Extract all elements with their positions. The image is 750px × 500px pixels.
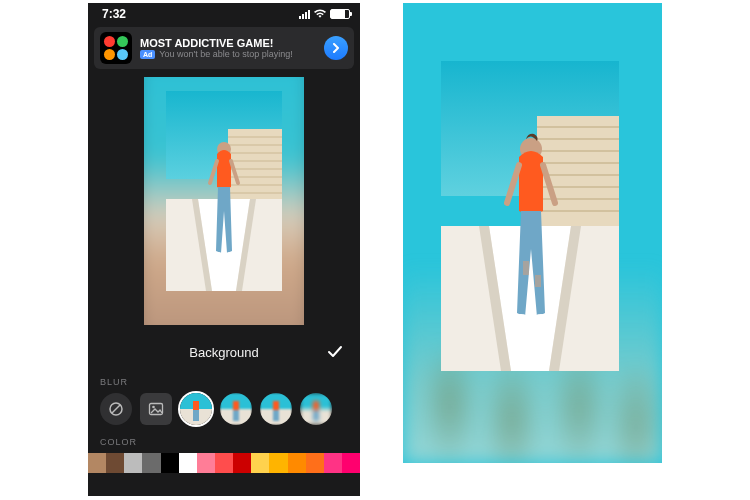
svg-point-54 [513,314,529,324]
svg-rect-36 [313,410,319,421]
status-bar: 7:32 [88,3,360,25]
ad-description: You won't be able to stop playing! [159,49,292,59]
color-swatch-3[interactable] [142,453,160,473]
svg-rect-23 [193,401,199,410]
editor-canvas[interactable] [144,77,304,325]
checkmark-icon [326,343,344,361]
image-icon [148,401,164,417]
ad-text: MOST ADDICTIVE GAME! Ad You won't be abl… [140,37,316,59]
svg-point-15 [213,252,223,258]
blur-level-3[interactable] [260,393,292,425]
ad-badge: Ad [140,50,155,59]
none-icon [108,401,124,417]
chevron-right-icon [331,43,341,53]
wifi-icon [314,9,326,19]
color-swatch-14[interactable] [342,453,360,473]
cellular-signal-icon [299,10,310,19]
color-swatch-5[interactable] [179,453,197,473]
color-swatch-2[interactable] [124,453,142,473]
svg-point-55 [533,314,549,324]
svg-rect-24 [193,410,199,421]
status-time: 7:32 [102,7,126,21]
color-swatch-13[interactable] [324,453,342,473]
blur-options [88,393,360,425]
preview-photo [441,61,619,371]
tool-title-row: Background [88,339,360,365]
confirm-button[interactable] [324,341,346,363]
color-swatch-9[interactable] [251,453,269,473]
blur-image-button[interactable] [140,393,172,425]
blur-level-1[interactable] [180,393,212,425]
svg-rect-38 [537,116,619,226]
color-swatch-11[interactable] [288,453,306,473]
svg-rect-31 [273,401,279,410]
blur-section-label: BLUR [100,377,360,387]
tool-title: Background [189,345,258,360]
ad-app-icon [100,32,132,64]
canvas-photo[interactable] [166,91,282,291]
color-section-label: COLOR [100,437,360,447]
svg-point-16 [225,252,235,258]
color-swatch-12[interactable] [306,453,324,473]
svg-rect-28 [233,410,239,421]
svg-rect-32 [273,410,279,421]
svg-rect-52 [523,261,529,275]
blur-level-4[interactable] [300,393,332,425]
ad-banner[interactable]: MOST ADDICTIVE GAME! Ad You won't be abl… [94,27,354,69]
output-preview [403,3,662,463]
phone-screen: 7:32 MOST ADDICTIVE GAME! Ad You won't b… [88,3,360,496]
svg-rect-53 [535,275,541,287]
color-swatch-4[interactable] [161,453,179,473]
ad-title: MOST ADDICTIVE GAME! [140,37,316,49]
blur-none-button[interactable] [100,393,132,425]
color-swatch-7[interactable] [215,453,233,473]
color-swatch-0[interactable] [88,453,106,473]
svg-line-18 [112,405,120,413]
color-swatch-1[interactable] [106,453,124,473]
status-indicators [299,9,350,19]
battery-icon [330,9,350,19]
svg-point-20 [152,406,155,409]
blur-level-2[interactable] [220,393,252,425]
color-swatches [88,453,360,473]
svg-rect-27 [233,401,239,410]
color-swatch-6[interactable] [197,453,215,473]
color-swatch-10[interactable] [269,453,287,473]
svg-rect-1 [228,129,282,199]
ad-go-button[interactable] [324,36,348,60]
svg-rect-35 [313,401,319,410]
color-swatch-8[interactable] [233,453,251,473]
